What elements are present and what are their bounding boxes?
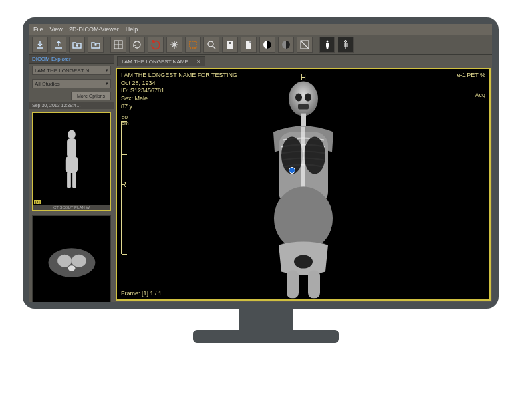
svg-point-35 bbox=[294, 255, 313, 269]
patient-id: ID: S123456781 bbox=[121, 87, 237, 95]
export-icon[interactable] bbox=[51, 37, 66, 53]
monitor-stand-base bbox=[193, 330, 339, 343]
xray-icon[interactable] bbox=[338, 37, 354, 53]
thumbnail-item[interactable]: [1] CT SCOUT PLAN W bbox=[32, 112, 111, 211]
xray-image bbox=[227, 79, 380, 299]
svg-point-16 bbox=[48, 248, 95, 277]
ruler-label: 50 cm bbox=[122, 114, 130, 126]
svg-rect-14 bbox=[67, 171, 71, 188]
thumbnail-list[interactable]: [1] CT SCOUT PLAN W [275] CTAC SLICES bbox=[29, 109, 114, 302]
thumbnail-badge: [1] bbox=[34, 200, 41, 204]
patient-dob: Oct 28, 1934 bbox=[121, 80, 237, 88]
explorer-panel: DICOM Explorer I AM THE LONGEST N… All S… bbox=[29, 55, 114, 302]
toolbar-separator bbox=[315, 37, 317, 53]
svg-rect-15 bbox=[72, 171, 76, 188]
main-area: DICOM Explorer I AM THE LONGEST N… All S… bbox=[29, 55, 492, 302]
svg-rect-4 bbox=[229, 42, 231, 43]
svg-rect-13 bbox=[65, 156, 77, 172]
svg-point-17 bbox=[57, 255, 72, 267]
thumbnail-image: [275] bbox=[33, 216, 110, 302]
pan-icon[interactable] bbox=[166, 37, 182, 53]
patient-dropdown-value: I AM THE LONGEST N… bbox=[35, 68, 94, 74]
menu-file[interactable]: File bbox=[33, 26, 43, 33]
explorer-title: DICOM Explorer bbox=[29, 55, 114, 64]
patient-name: I AM THE LONGEST NAME FOR TESTING bbox=[121, 72, 237, 80]
menu-2d-dicom-viewer[interactable]: 2D-DICOM-Viewer bbox=[69, 26, 119, 33]
orientation-top: H bbox=[301, 73, 306, 81]
svg-point-11 bbox=[68, 130, 76, 139]
rotate-icon[interactable] bbox=[148, 37, 164, 53]
svg-rect-28 bbox=[301, 114, 306, 127]
svg-point-34 bbox=[274, 187, 332, 251]
svg-point-26 bbox=[305, 94, 311, 102]
viewer-wrap: I AM THE LONGEST NAME… ✕ bbox=[114, 55, 492, 302]
menu-help[interactable]: Help bbox=[126, 26, 138, 33]
svg-rect-5 bbox=[229, 43, 231, 44]
svg-point-31 bbox=[304, 137, 325, 174]
thumbnail-image: [1] bbox=[33, 113, 110, 205]
svg-rect-3 bbox=[227, 41, 233, 49]
svg-point-9 bbox=[327, 40, 329, 42]
half-moon-icon[interactable] bbox=[278, 37, 294, 53]
more-options-button[interactable]: More Options bbox=[71, 92, 111, 100]
frame-indicator: Frame: [1] 1 / 1 bbox=[121, 290, 162, 297]
menu-view[interactable]: View bbox=[50, 26, 63, 33]
body-icon[interactable] bbox=[319, 37, 335, 53]
layout-grid-icon[interactable] bbox=[110, 37, 126, 53]
toolbar-separator bbox=[106, 37, 108, 53]
thumbnail-label: CT SCOUT PLAN W bbox=[33, 205, 110, 210]
series-info: e-1 PET % bbox=[457, 72, 485, 80]
invert-icon[interactable] bbox=[297, 37, 313, 53]
annotation-marker[interactable] bbox=[289, 167, 295, 174]
studies-dropdown[interactable]: All Studies bbox=[32, 79, 111, 88]
toolbar bbox=[29, 35, 492, 55]
study-date-label: Sep 30, 2013 12:39:4… bbox=[29, 102, 114, 109]
thumbnail-item[interactable]: [275] CTAC SLICES bbox=[32, 215, 111, 302]
studies-dropdown-value: All Studies bbox=[35, 81, 60, 87]
document-icon[interactable] bbox=[241, 37, 257, 53]
svg-point-2 bbox=[208, 41, 213, 47]
svg-point-19 bbox=[68, 265, 75, 271]
tab-label: I AM THE LONGEST NAME… bbox=[122, 59, 194, 65]
import-icon[interactable] bbox=[32, 37, 48, 53]
svg-rect-27 bbox=[298, 104, 309, 110]
zoom-icon[interactable] bbox=[203, 37, 219, 53]
app-screen: File View 2D-DICOM-Viewer Help bbox=[29, 24, 492, 302]
menu-bar: File View 2D-DICOM-Viewer Help bbox=[29, 24, 492, 35]
monitor-frame: File View 2D-DICOM-Viewer Help bbox=[23, 17, 499, 309]
viewer-tab[interactable]: I AM THE LONGEST NAME… ✕ bbox=[117, 56, 205, 66]
patient-age: 87 y bbox=[121, 103, 237, 111]
svg-rect-12 bbox=[67, 138, 76, 158]
svg-rect-37 bbox=[308, 271, 320, 299]
overlay-top-right: e-1 PET % Acq bbox=[457, 72, 485, 99]
acq-label: Acq bbox=[457, 92, 485, 100]
tab-bar: I AM THE LONGEST NAME… ✕ bbox=[114, 55, 492, 66]
image-viewport[interactable]: I AM THE LONGEST NAME FOR TESTING Oct 28… bbox=[116, 68, 491, 301]
svg-rect-36 bbox=[287, 271, 299, 299]
svg-point-18 bbox=[71, 255, 86, 267]
svg-point-24 bbox=[289, 82, 318, 116]
patient-dropdown[interactable]: I AM THE LONGEST N… bbox=[32, 66, 111, 75]
page-icon[interactable] bbox=[222, 37, 238, 53]
overlay-top-left: I AM THE LONGEST NAME FOR TESTING Oct 28… bbox=[121, 72, 237, 110]
monitor-stand-neck bbox=[239, 308, 293, 332]
patient-sex: Sex: Male bbox=[121, 95, 237, 103]
folder-in-icon[interactable] bbox=[69, 37, 85, 53]
close-icon[interactable]: ✕ bbox=[196, 59, 201, 65]
scale-ruler: 50 cm bbox=[121, 121, 130, 254]
contrast-icon[interactable] bbox=[259, 37, 275, 53]
svg-point-25 bbox=[295, 94, 302, 102]
folder-out-icon[interactable] bbox=[88, 37, 104, 53]
svg-rect-1 bbox=[190, 41, 196, 48]
reset-icon[interactable] bbox=[129, 37, 145, 53]
svg-point-10 bbox=[345, 40, 347, 42]
select-rect-icon[interactable] bbox=[185, 37, 201, 53]
